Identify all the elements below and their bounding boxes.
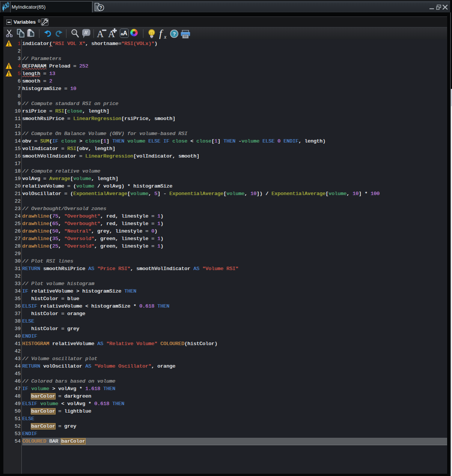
svg-text:x: x xyxy=(164,34,167,39)
svg-text:f: f xyxy=(159,29,163,39)
svg-text:?: ? xyxy=(99,5,102,11)
svg-text:?: ? xyxy=(173,31,176,37)
svg-text:A: A xyxy=(123,30,128,36)
